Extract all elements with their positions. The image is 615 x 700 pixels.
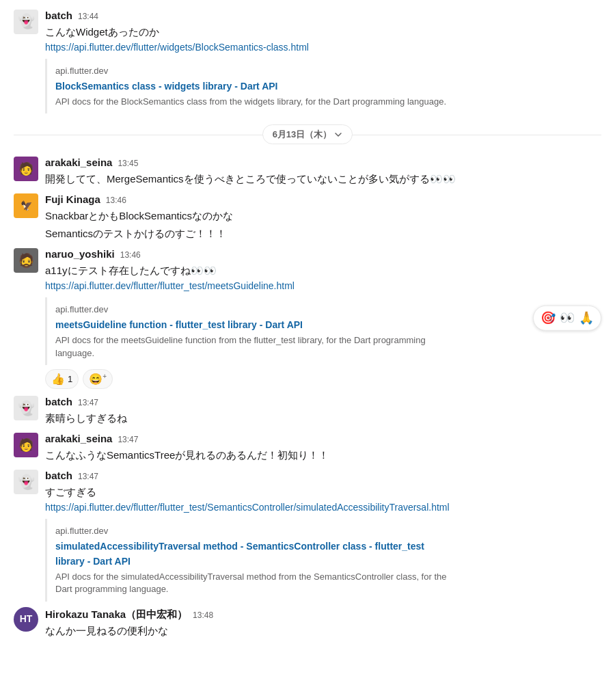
message-text: a11yにテスト存在したんですね👀👀 <box>45 263 601 278</box>
sender-name: batch <box>45 394 72 409</box>
link-preview-domain: api.flutter.dev <box>55 524 447 537</box>
message-text: なんか一見ねるの便利かな <box>45 623 601 638</box>
avatar-naruo: 🧔 <box>14 248 38 273</box>
message-content: batch 13:47 すごすぎる https://api.flutter.de… <box>45 468 601 601</box>
sender-name: arakaki_seina <box>45 431 112 446</box>
reaction-thumbsup[interactable]: 👍 1 <box>45 369 79 389</box>
date-divider-label[interactable]: 6月13日（木） <box>262 124 353 144</box>
message-link[interactable]: https://api.flutter.dev/flutter/flutter_… <box>45 280 295 291</box>
message-fuji-1346: 🦅 Fuji Kinaga 13:46 SnackbarとかもBlockSema… <box>0 189 615 244</box>
message-header: Fuji Kinaga 13:46 <box>45 192 601 207</box>
message-text: 開発してて、MergeSemanticsを使うべきところで使っていないことが多い… <box>45 172 601 187</box>
emoji-popup-eyes[interactable]: 👀 <box>560 309 575 327</box>
message-content: Hirokazu Tanaka（田中宏和） 13:48 なんか一見ねるの便利かな <box>45 607 601 638</box>
emoji-popup: 🎯 👀 🙏 <box>533 306 601 330</box>
message-link[interactable]: https://api.flutter.dev/flutter/widgets/… <box>45 42 309 53</box>
timestamp: 13:47 <box>118 434 138 446</box>
avatar-hirokazu: HT <box>14 607 38 632</box>
message-text-2: Semanticsのテストかけるのすご！！！ <box>45 226 601 241</box>
message-text: 素晴らしすぎるね <box>45 411 601 426</box>
message-content: Fuji Kinaga 13:46 SnackbarとかもBlockSemant… <box>45 192 601 241</box>
message-content: naruo_yoshiki 13:46 a11yにテスト存在したんですね👀👀 h… <box>45 247 601 389</box>
message-hirokazu-1348: HT Hirokazu Tanaka（田中宏和） 13:48 なんか一見ねるの便… <box>0 604 615 641</box>
chevron-down-icon <box>334 131 342 139</box>
link-preview-title[interactable]: simulatedAccessibilityTraversal method -… <box>55 541 424 567</box>
message-content: arakaki_seina 13:47 こんなふうなSemanticsTreeが… <box>45 431 601 463</box>
link-preview-title[interactable]: BlockSemantics class - widgets library -… <box>55 81 278 92</box>
timestamp: 13:48 <box>193 610 213 622</box>
reaction-count: 1 <box>68 373 72 386</box>
message-link[interactable]: https://api.flutter.dev/flutter/flutter_… <box>45 502 450 513</box>
link-preview: api.flutter.dev simulatedAccessibilityTr… <box>45 519 455 601</box>
message-batch-1347b: 👻 batch 13:47 すごすぎる https://api.flutter.… <box>0 466 615 604</box>
message-header: Hirokazu Tanaka（田中宏和） 13:48 <box>45 607 601 622</box>
avatar-batch: 👻 <box>14 10 38 34</box>
message-header: batch 13:44 <box>45 8 601 23</box>
timestamp: 13:47 <box>78 397 98 409</box>
message-naruo-1346: 🧔 naruo_yoshiki 13:46 a11yにテスト存在したんですね👀👀… <box>0 244 615 392</box>
link-preview-desc: API docs for the meetsGuideline function… <box>55 334 447 359</box>
message-arakaki-1345: 🧑 arakaki_seina 13:45 開発してて、MergeSemanti… <box>0 152 615 189</box>
message-header: arakaki_seina 13:47 <box>45 431 601 446</box>
message-text: すごすぎる <box>45 485 601 500</box>
sender-name: arakaki_seina <box>45 155 112 170</box>
message-content: batch 13:44 こんなWidgetあったのか https://api.f… <box>45 8 601 113</box>
message-arakaki-1347: 🧑 arakaki_seina 13:47 こんなふうなSemanticsTre… <box>0 429 615 466</box>
avatar-batch: 👻 <box>14 396 38 420</box>
timestamp: 13:45 <box>118 158 138 170</box>
emoji-popup-pray[interactable]: 🙏 <box>579 309 594 327</box>
message-content: batch 13:47 素晴らしすぎるね <box>45 394 601 426</box>
message-text: こんなWidgetあったのか <box>45 25 601 40</box>
message-text: SnackbarとかもBlockSemanticsなのかな <box>45 208 601 224</box>
link-preview-desc: API docs for the BlockSemantics class fr… <box>55 96 447 108</box>
link-preview: api.flutter.dev meetsGuideline function … <box>45 297 455 364</box>
reaction-add-button[interactable]: 😄+ <box>83 369 113 389</box>
date-divider: 6月13日（木） <box>0 116 615 152</box>
sender-name: Hirokazu Tanaka（田中宏和） <box>45 607 187 622</box>
avatar-batch: 👻 <box>14 470 38 494</box>
message-batch-1344: 👻 batch 13:44 こんなWidgetあったのか https://api… <box>0 5 615 116</box>
sender-name: Fuji Kinaga <box>45 192 100 207</box>
avatar-arakaki: 🧑 <box>14 433 38 457</box>
message-header: arakaki_seina 13:45 <box>45 155 601 170</box>
avatar-fuji: 🦅 <box>14 193 38 218</box>
timestamp: 13:46 <box>106 195 126 207</box>
message-header: naruo_yoshiki 13:46 <box>45 247 601 262</box>
message-content: arakaki_seina 13:45 開発してて、MergeSemantics… <box>45 155 601 187</box>
link-preview-desc: API docs for the simulatedAccessibilityT… <box>55 571 447 595</box>
sender-name: naruo_yoshiki <box>45 247 115 262</box>
emoji-popup-bullseye[interactable]: 🎯 <box>541 309 556 327</box>
sender-name: batch <box>45 8 72 23</box>
link-preview-domain: api.flutter.dev <box>55 303 447 316</box>
timestamp: 13:47 <box>78 471 98 483</box>
reactions: 👍 1 😄+ <box>45 369 601 389</box>
link-preview: api.flutter.dev BlockSemantics class - w… <box>45 59 455 113</box>
timestamp: 13:46 <box>120 250 141 262</box>
message-text: こんなふうなSemanticsTreeが見れるのあるんだ！初知り！！ <box>45 448 601 463</box>
date-divider-text: 6月13日（木） <box>273 128 332 141</box>
link-preview-domain: api.flutter.dev <box>55 64 447 77</box>
avatar-arakaki: 🧑 <box>14 157 38 181</box>
message-batch-1347a: 👻 batch 13:47 素晴らしすぎるね <box>0 392 615 429</box>
reaction-emoji: 👍 <box>51 371 65 387</box>
sender-name: batch <box>45 468 72 483</box>
message-header: batch 13:47 <box>45 394 601 409</box>
link-preview-title[interactable]: meetsGuideline function - flutter_test l… <box>55 319 303 330</box>
message-header: batch 13:47 <box>45 468 601 483</box>
chat-container: 👻 batch 13:44 こんなWidgetあったのか https://api… <box>0 0 615 647</box>
timestamp: 13:44 <box>78 11 98 23</box>
